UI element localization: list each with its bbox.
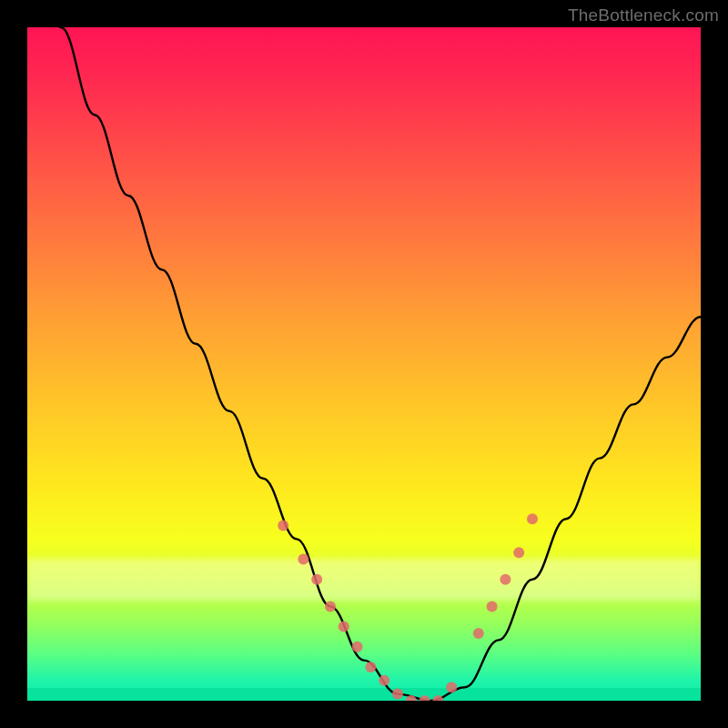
curve-marker <box>278 521 288 531</box>
curve-marker <box>487 601 498 612</box>
curve-marker <box>513 547 524 558</box>
curve-marker <box>352 642 363 652</box>
curve-marker <box>325 601 336 612</box>
bottleneck-curve-path <box>27 27 701 701</box>
curve-svg <box>27 27 701 701</box>
curve-marker <box>365 662 376 672</box>
chart-frame: TheBottleneck.com <box>0 0 728 728</box>
curve-marker <box>432 695 443 701</box>
curve-marker <box>311 574 322 585</box>
curve-marker <box>339 622 349 632</box>
curve-marker <box>446 682 457 693</box>
plot-area <box>27 27 701 701</box>
marker-group <box>278 513 538 701</box>
curve-marker <box>420 695 430 701</box>
curve-marker <box>392 689 403 700</box>
curve-marker <box>379 675 389 686</box>
curve-marker <box>527 513 538 524</box>
watermark-text: TheBottleneck.com <box>568 5 719 25</box>
curve-marker <box>473 628 484 639</box>
curve-marker <box>298 554 308 565</box>
curve-marker <box>500 574 511 585</box>
